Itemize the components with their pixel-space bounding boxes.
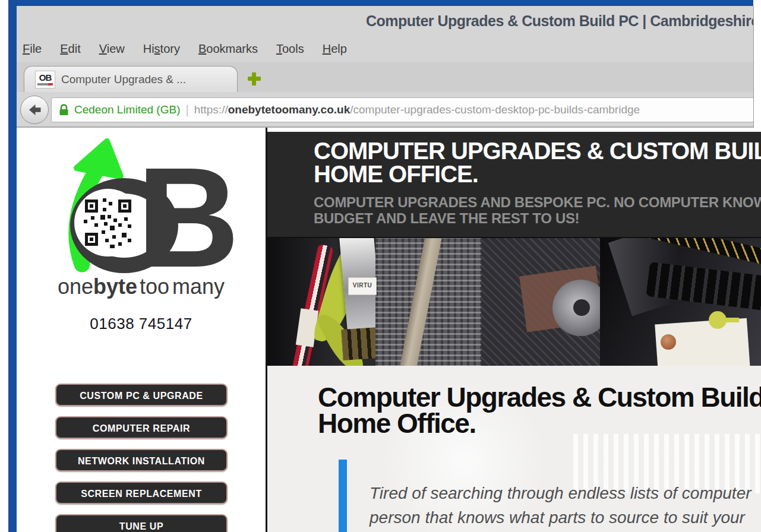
identity-badge[interactable]: Cedeon Limited (GB) — [74, 103, 180, 116]
intro-section: Computer Upgrades & Custom Build PCHome … — [267, 366, 761, 532]
blockquote-text: Tired of searching through endless lists… — [370, 482, 751, 530]
blockquote-bar — [339, 460, 347, 532]
menu-edit[interactable]: Edit — [60, 42, 80, 56]
site-favicon-icon: OB — [35, 71, 55, 88]
tab-strip: OB Computer Upgrades & ... — [17, 62, 753, 92]
hero-photo: VIRTU — [267, 237, 761, 367]
menu-bookmarks[interactable]: Bookmarks — [198, 42, 258, 56]
hero-banner: COMPUTER UPGRADES & CUSTOM BUILD PCHOME … — [267, 132, 761, 237]
padlock-icon — [59, 104, 69, 116]
hero-subtitle: COMPUTER UPGRADES AND BESPOKE PC. NO COM… — [314, 194, 761, 227]
virtu-label: VIRTU — [348, 277, 377, 295]
qr-code-icon — [74, 189, 142, 256]
window-frame-left — [8, 0, 17, 532]
menubar: File Edit View History Bookmarks Tools H… — [17, 36, 753, 62]
back-button[interactable] — [20, 96, 49, 124]
arrow-left-icon — [26, 101, 43, 119]
section-heading: Computer Upgrades & Custom Build PCHome … — [318, 385, 761, 436]
nav-button-tune-up[interactable]: TUNE UP — [55, 514, 228, 532]
menu-file[interactable]: File — [23, 42, 42, 56]
tab-active[interactable]: OB Computer Upgrades & ... — [24, 66, 238, 92]
browser-window: Computer Upgrades & Custom Build PC | Ca… — [0, 0, 761, 532]
menu-history[interactable]: History — [143, 42, 180, 56]
nav-button-custom-pc[interactable]: CUSTOM PC & UPGRADE — [55, 384, 228, 406]
url-bar[interactable]: Cedeon Limited (GB) | https://onebytetoo… — [51, 97, 754, 122]
nav-button-network-installation[interactable]: NETWORK INSTALLATION — [55, 449, 228, 471]
url-text[interactable]: https://onebytetoomany.co.uk/computer-up… — [194, 103, 640, 116]
page-sidebar: B onebytetoomany 01638 745147 CUSTOM PC … — [17, 128, 267, 532]
nav-button-computer-repair[interactable]: COMPUTER REPAIR — [55, 416, 228, 439]
logo-b-letter: B — [137, 146, 236, 289]
url-divider: | — [185, 103, 188, 117]
logo-wordmark: onebytetoomany — [17, 274, 266, 299]
tab-title: Computer Upgrades & ... — [61, 73, 186, 86]
menu-help[interactable]: Help — [323, 42, 347, 56]
menu-tools[interactable]: Tools — [276, 42, 304, 56]
phone-number: 01638 745147 — [17, 315, 266, 333]
browser-chrome: Computer Upgrades & Custom Build PC | Ca… — [17, 6, 754, 128]
navigation-toolbar: Cedeon Limited (GB) | https://onebytetoo… — [17, 92, 753, 128]
hero-title: COMPUTER UPGRADES & CUSTOM BUILD PCHOME … — [314, 140, 761, 186]
window-frame-top — [8, 0, 753, 6]
window-title: Computer Upgrades & Custom Build PC | Ca… — [366, 12, 754, 30]
new-tab-button[interactable] — [245, 69, 263, 87]
page-main: COMPUTER UPGRADES & CUSTOM BUILD PCHOME … — [267, 128, 761, 532]
menu-view[interactable]: View — [99, 42, 125, 56]
titlebar[interactable]: Computer Upgrades & Custom Build PC | Ca… — [17, 6, 753, 36]
nav-button-screen-replacement[interactable]: SCREEN REPLACEMENT — [55, 482, 228, 504]
